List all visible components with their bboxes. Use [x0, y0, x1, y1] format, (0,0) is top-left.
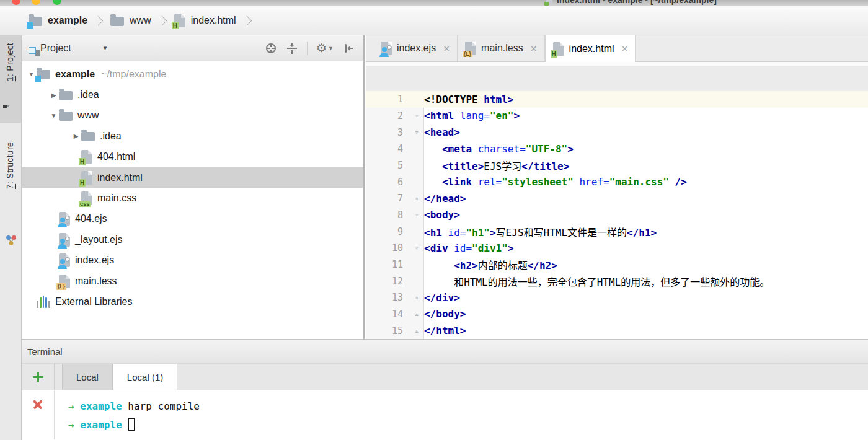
code-line-14[interactable]: 14▵</body> [366, 306, 868, 323]
collapse-all-button[interactable] [286, 42, 298, 55]
structure-stripe-label: 7: Structure [5, 142, 15, 189]
code-line-15[interactable]: 15▵</html> [366, 322, 868, 339]
close-tab-icon[interactable]: × [443, 43, 450, 54]
chevron-collapsed-icon[interactable]: ▶ [71, 133, 81, 139]
line-number: 12 [366, 276, 409, 287]
code-line-5[interactable]: 5 <title>EJS学习</title> [366, 157, 868, 174]
less-icon: {L} [465, 42, 476, 55]
ejs-icon [59, 233, 70, 247]
html-icon: H [553, 42, 564, 56]
terminal-panel: Terminal LocalLocal (1) → example harp c… [22, 339, 868, 440]
tree-item-_layout.ejs[interactable]: _layout.ejs [22, 229, 363, 250]
settings-button[interactable]: ⚙ ▼ [316, 42, 334, 54]
hide-panel-button[interactable] [342, 42, 355, 55]
chevron-collapsed-icon[interactable]: ▶ [48, 92, 59, 99]
folder-icon [59, 112, 73, 121]
fold-marker-icon[interactable]: ▵ [409, 194, 424, 203]
code-line-3[interactable]: 3▿<head> [366, 124, 868, 141]
code-line-11[interactable]: 11 <h2>内部的标题</h2> [366, 257, 868, 273]
terminal-line-2: → example [68, 416, 200, 434]
terminal-tab-local[interactable]: Local [62, 364, 113, 390]
tree-item-404.html[interactable]: H404.html [22, 147, 363, 167]
close-window-button[interactable] [12, 0, 20, 5]
code-text: <body> [424, 209, 460, 221]
terminal-body: → example harp compile→ example [22, 390, 868, 439]
toolbar-divider [307, 42, 308, 55]
new-terminal-session-button[interactable] [22, 364, 55, 390]
code-line-13[interactable]: 13▵</div> [366, 289, 868, 306]
zoom-window-button[interactable] [53, 0, 61, 5]
code-text: 和HTML的用法一些，完全包含了HTML的用法，但多了一些额外的功能。 [424, 274, 769, 289]
tree-item-label: index.ejs [75, 255, 114, 266]
terminal-cursor [128, 418, 135, 431]
tree-item-.idea[interactable]: ▶.idea [22, 126, 363, 146]
tree-item-path-hint: ~/tmp/example [101, 69, 166, 80]
tab-index.html[interactable]: Hindex.html× [545, 35, 636, 62]
terminal-tab-local-(1)[interactable]: Local (1) [113, 364, 177, 390]
code-line-4[interactable]: 4 <meta charset="UTF-8"> [366, 141, 868, 157]
code-line-10[interactable]: 10▿<div id="div1"> [366, 240, 868, 257]
terminal-tab-bar: LocalLocal (1) [22, 364, 868, 390]
close-tab-icon[interactable]: × [531, 43, 537, 54]
minimize-window-button[interactable] [32, 0, 40, 5]
tab-main.less[interactable]: {L}main.less× [458, 35, 545, 61]
tab-index.ejs[interactable]: index.ejs× [373, 35, 458, 61]
tree-item-external-libraries[interactable]: External Libraries [22, 291, 363, 312]
code-line-7[interactable]: 7▵</head> [366, 190, 868, 207]
code-editor[interactable]: 1<!DOCTYPE html>2▿<html lang="en">3▿<hea… [366, 91, 868, 339]
tree-item-www[interactable]: ▼www [22, 105, 363, 126]
breadcrumb-item-index.html[interactable]: Hindex.html [174, 14, 236, 27]
chevron-expanded-icon[interactable]: ▼ [48, 112, 59, 119]
terminal-output[interactable]: → example harp compile→ example [55, 390, 200, 439]
chevron-right-icon [157, 15, 167, 25]
tab-label: main.less [481, 43, 523, 54]
tree-item-404.ejs[interactable]: 404.ejs [22, 209, 363, 229]
code-text: <meta charset="UTF-8"> [424, 143, 574, 155]
tree-item-index.ejs[interactable]: index.ejs [22, 250, 363, 271]
terminal-panel-header[interactable]: Terminal [22, 339, 868, 364]
breadcrumb-item-www[interactable]: www [110, 15, 151, 26]
code-line-9[interactable]: 9<h1 id="h1">写EJS和写HTML文件是一样的</h1> [366, 223, 868, 240]
breadcrumb-item-example[interactable]: example [29, 15, 87, 26]
breadcrumb: examplewwwHindex.html [0, 6, 868, 35]
code-line-12[interactable]: 12 和HTML的用法一些，完全包含了HTML的用法，但多了一些额外的功能。 [366, 273, 868, 289]
close-tab-icon[interactable]: × [622, 43, 628, 54]
fold-marker-icon[interactable]: ▵ [409, 293, 424, 302]
tree-item-index.html[interactable]: Hindex.html [22, 167, 363, 188]
fold-marker-icon[interactable]: ▵ [409, 327, 424, 335]
fold-marker-icon[interactable]: ▿ [409, 112, 424, 120]
chevron-down-icon[interactable]: ▾ [104, 44, 107, 52]
fold-marker-icon[interactable]: ▿ [409, 211, 424, 219]
fold-marker-icon[interactable]: ▿ [409, 244, 424, 252]
html-icon: H [81, 171, 92, 185]
css-icon: CSS [81, 191, 92, 205]
tree-item-main.css[interactable]: CSSmain.css [22, 188, 363, 208]
fold-marker-icon[interactable]: ▿ [409, 128, 424, 137]
folder-icon [110, 17, 124, 26]
locate-button[interactable] [265, 42, 277, 55]
code-line-8[interactable]: 8▿<body> [366, 207, 868, 224]
editor-tab-bar: index.ejs×{L}main.less×Hindex.html× [366, 35, 868, 62]
tree-item-label: 404.ejs [75, 213, 107, 224]
tab-label: index.html [569, 43, 614, 55]
code-line-6[interactable]: 6 <link rel="stylesheet" href="main.css"… [366, 174, 868, 190]
prompt-arrow-icon: → [68, 400, 74, 412]
chevron-right-icon [94, 15, 104, 25]
code-text: <head> [424, 126, 460, 138]
less-icon: {L} [59, 275, 70, 288]
fold-marker-icon[interactable]: ▵ [409, 310, 424, 319]
code-text: </body> [424, 308, 466, 320]
tab-label: index.ejs [397, 43, 436, 54]
code-line-2[interactable]: 2▿<html lang="en"> [366, 108, 868, 125]
ide-window: index.html - example - [~/tmp/example] e… [0, 0, 868, 440]
close-terminal-button[interactable] [32, 398, 44, 410]
tree-item-main.less[interactable]: {L}main.less [22, 271, 363, 291]
code-line-1[interactable]: 1<!DOCTYPE html> [366, 91, 868, 108]
folder-project-icon [29, 17, 42, 26]
breadcrumb-label: www [130, 15, 151, 26]
tree-item-label: _layout.ejs [75, 234, 123, 245]
project-view-selector[interactable]: Project [40, 43, 71, 54]
tree-item-.idea[interactable]: ▶.idea [22, 84, 363, 105]
tree-item-example[interactable]: ▼example~/tmp/example [22, 64, 363, 84]
ejs-icon [381, 42, 392, 55]
